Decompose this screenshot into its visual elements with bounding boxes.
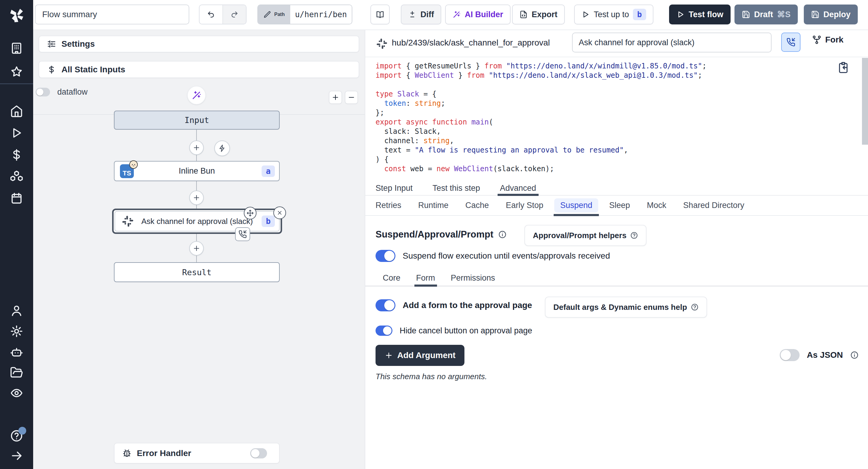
add-argument-button[interactable]: Add Argument (375, 345, 464, 366)
tab-form[interactable]: Form (416, 270, 435, 286)
subtab-sleep[interactable]: Sleep (609, 195, 630, 216)
as-json-toggle[interactable] (780, 349, 800, 361)
tab-advanced[interactable]: Advanced (500, 181, 536, 195)
suspend-section-tabs: Core Form Permissions (365, 270, 868, 286)
subtab-mock[interactable]: Mock (647, 195, 666, 216)
windmill-logo[interactable] (6, 5, 27, 25)
tab-test-this-step[interactable]: Test this step (433, 181, 480, 195)
tab-step-input[interactable]: Step Input (375, 181, 412, 195)
copy-code-button[interactable] (837, 61, 850, 75)
info-icon[interactable] (498, 230, 507, 239)
subtab-suspend[interactable]: Suspend (560, 195, 592, 216)
path-selector[interactable]: Path u/henri/ben (257, 4, 352, 24)
settings-gear-icon[interactable] (10, 324, 23, 338)
delete-step-button[interactable] (273, 207, 286, 219)
error-handler-toggle[interactable] (250, 448, 267, 459)
schedules-calendar-icon[interactable] (10, 192, 23, 205)
suspend-toggle-row: Suspend flow execution until events/appr… (375, 250, 610, 262)
subtab-early-stop[interactable]: Early Stop (506, 195, 544, 216)
diff-icon (408, 10, 416, 19)
plus-icon (332, 93, 339, 101)
step-id-badge: b (261, 216, 275, 227)
dataflow-toggle[interactable] (36, 88, 50, 96)
as-json-label: As JSON (807, 350, 843, 360)
ai-builder-button[interactable]: AI Builder (445, 4, 510, 24)
hide-cancel-toggle[interactable] (375, 325, 393, 336)
flow-settings-button[interactable]: Settings (38, 36, 359, 53)
play-icon (581, 10, 590, 19)
docs-book-button[interactable] (370, 4, 390, 24)
inline-bun-node[interactable]: TS Inline Bun a (114, 161, 280, 181)
dataflow-toggle-row: dataflow (36, 87, 88, 97)
variables-dollar-icon[interactable] (10, 148, 23, 162)
add-step-button[interactable] (189, 140, 204, 155)
error-handler-row[interactable]: Error Handler (114, 443, 280, 464)
folders-icon[interactable] (10, 366, 23, 379)
add-form-toggle-row: Add a form to the approval page (375, 299, 532, 311)
add-form-toggle[interactable] (375, 299, 396, 311)
code-scrollbar[interactable] (862, 58, 868, 145)
input-node[interactable]: Input (114, 111, 280, 130)
draft-button[interactable]: Draft ⌘S (735, 4, 798, 24)
deploy-button[interactable]: Deploy (804, 4, 858, 24)
tab-core[interactable]: Core (383, 270, 401, 286)
add-step-button[interactable] (189, 190, 204, 205)
subtab-runtime[interactable]: Runtime (418, 195, 449, 216)
bug-icon (122, 449, 131, 458)
result-node[interactable]: Result (114, 262, 280, 282)
help-notification-dot (19, 427, 26, 435)
step-id-badge: a (261, 165, 275, 177)
default-args-help-button[interactable]: Default args & Dynamic enums help (545, 296, 707, 318)
info-icon[interactable] (850, 351, 859, 359)
fork-button[interactable]: Fork (812, 35, 844, 44)
favorites-star-icon[interactable] (10, 65, 23, 79)
subtab-cache[interactable]: Cache (465, 195, 489, 216)
sliders-icon (47, 39, 56, 49)
hub-path[interactable]: hub/2439/slack/ask_channel_for_approval (392, 38, 550, 48)
subtab-shared-directory[interactable]: Shared Directory (683, 195, 744, 216)
book-open-icon (376, 10, 384, 19)
workspace-icon[interactable] (10, 41, 23, 55)
suspend-phone-button[interactable] (781, 33, 801, 52)
test-up-to-button[interactable]: Test up to b (574, 4, 653, 24)
clipboard-import-icon (837, 61, 849, 73)
move-step-handle[interactable] (244, 207, 256, 219)
export-button[interactable]: Export (512, 4, 565, 24)
empty-schema-note: This schema has no arguments. (375, 372, 487, 381)
help-circle-icon (630, 231, 638, 239)
all-static-inputs-button[interactable]: All Static Inputs (38, 61, 359, 78)
zoom-in-button[interactable] (329, 91, 342, 104)
phone-incoming-icon (786, 38, 795, 47)
toolbar: Path u/henri/ben Diff AI Builder Export … (33, 0, 868, 30)
dataflow-label: dataflow (57, 87, 88, 97)
test-flow-button[interactable]: Test flow (669, 4, 731, 24)
subtab-retries[interactable]: Retries (375, 195, 401, 216)
undo-button[interactable] (199, 5, 222, 24)
audit-eye-icon[interactable] (10, 386, 23, 400)
ai-wand-button[interactable] (187, 86, 206, 104)
suspend-toggle-label: Suspend flow execution until events/appr… (403, 251, 610, 261)
slack-icon (376, 38, 388, 50)
home-icon[interactable] (10, 104, 23, 118)
expand-arrow-icon[interactable] (10, 449, 23, 462)
runs-play-icon[interactable] (10, 126, 23, 139)
add-step-button[interactable] (189, 241, 204, 256)
workers-robot-icon[interactable] (10, 345, 23, 359)
users-icon[interactable] (10, 304, 23, 317)
redo-button[interactable] (222, 5, 246, 24)
trigger-zap-button[interactable] (214, 140, 230, 156)
flow-summary-input[interactable] (35, 4, 189, 24)
diff-button[interactable]: Diff (401, 4, 441, 24)
step-name-input[interactable] (572, 33, 772, 53)
wand-sparkles-icon (191, 90, 202, 100)
step-detail-panel: hub/2439/slack/ask_channel_for_approval … (365, 30, 868, 469)
suspend-toggle[interactable] (375, 250, 396, 262)
help-icon[interactable] (10, 429, 23, 442)
approval-prompt-helpers-button[interactable]: Approval/Prompt helpers (524, 225, 647, 246)
windmill-flow-editor: Path u/henri/ben Diff AI Builder Export … (0, 0, 868, 469)
suspend-phone-badge (235, 227, 250, 241)
code-editor[interactable]: import { getResumeUrls } from "https://d… (365, 57, 868, 181)
resources-boxes-icon[interactable] (10, 170, 23, 183)
tab-permissions[interactable]: Permissions (451, 270, 495, 286)
zoom-out-button[interactable] (345, 91, 358, 104)
